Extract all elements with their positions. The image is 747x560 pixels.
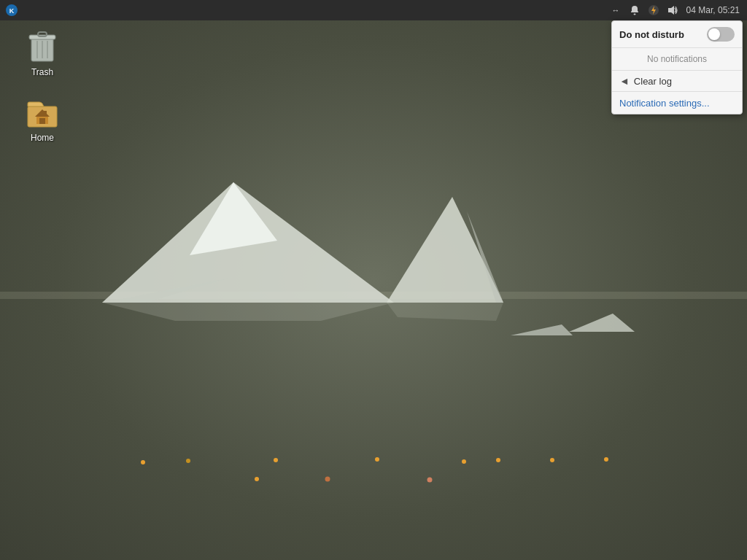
svg-text:K: K <box>9 7 15 15</box>
svg-marker-3 <box>190 182 277 255</box>
svg-rect-33 <box>38 32 47 36</box>
volume-icon[interactable] <box>665 2 681 18</box>
svg-marker-7 <box>511 324 573 335</box>
svg-marker-27 <box>668 6 674 15</box>
svg-rect-0 <box>0 292 747 299</box>
home-label: Home <box>31 133 54 143</box>
bell-icon[interactable] <box>627 2 643 18</box>
svg-point-15 <box>375 457 379 462</box>
home-icon-image <box>25 95 60 130</box>
clear-log-icon: ◄ <box>619 75 630 87</box>
svg-text:↔: ↔ <box>611 6 619 15</box>
taskbar: K ↔ <box>0 0 747 20</box>
toggle-knob <box>708 28 720 40</box>
system-clock[interactable]: 04 Mar, 05:21 <box>684 5 743 15</box>
trash-label: Trash <box>31 67 53 77</box>
svg-point-20 <box>604 457 608 462</box>
svg-point-13 <box>274 458 278 462</box>
svg-point-12 <box>255 477 259 481</box>
kde-logo-icon[interactable]: K <box>4 3 19 18</box>
svg-marker-2 <box>102 277 233 303</box>
do-not-disturb-toggle[interactable] <box>707 27 735 42</box>
do-not-disturb-label: Do not disturb <box>619 29 684 40</box>
svg-point-24 <box>633 14 635 15</box>
clear-log-label: Clear log <box>634 76 672 87</box>
no-notifications-text: No notifications <box>612 48 742 71</box>
notification-settings-button[interactable]: Notification settings... <box>612 92 742 114</box>
svg-marker-1 <box>102 182 394 303</box>
svg-point-19 <box>550 458 554 462</box>
home-icon[interactable]: Home <box>13 92 71 146</box>
svg-rect-38 <box>44 111 47 115</box>
desktop-icons: Trash Home <box>13 26 71 146</box>
svg-marker-4 <box>387 197 503 303</box>
svg-rect-37 <box>39 118 45 124</box>
svg-point-14 <box>325 477 330 482</box>
notification-panel: Do not disturb No notifications ◄ Clear … <box>611 20 743 114</box>
svg-point-10 <box>141 460 145 464</box>
notification-settings-label: Notification settings... <box>619 98 710 109</box>
arrows-icon[interactable]: ↔ <box>608 2 624 18</box>
desktop: K ↔ <box>0 0 747 560</box>
svg-point-11 <box>186 459 190 463</box>
clear-log-button[interactable]: ◄ Clear log <box>612 71 742 92</box>
taskbar-right: ↔ 04 <box>608 2 743 18</box>
svg-marker-5 <box>467 211 503 303</box>
svg-marker-8 <box>102 303 394 321</box>
svg-marker-9 <box>387 303 503 321</box>
trash-icon[interactable]: Trash <box>13 26 71 80</box>
taskbar-left: K <box>4 3 19 18</box>
do-not-disturb-row: Do not disturb <box>612 21 742 48</box>
svg-point-17 <box>462 459 466 464</box>
svg-point-18 <box>496 458 500 462</box>
svg-point-16 <box>427 478 433 483</box>
trash-icon-image <box>25 29 60 64</box>
lightning-icon[interactable] <box>646 2 662 18</box>
svg-marker-6 <box>569 314 635 332</box>
